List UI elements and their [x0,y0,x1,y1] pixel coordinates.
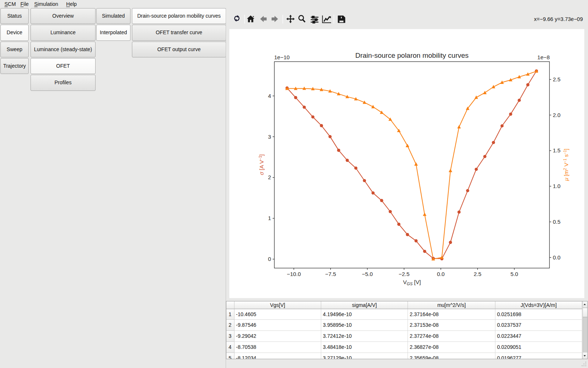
svg-text:1: 1 [268,215,271,221]
svg-text:1e−8: 1e−8 [537,54,550,60]
svg-text:0.0: 0.0 [553,254,560,261]
svg-text:1.0: 1.0 [553,183,560,189]
svg-text:−7.5: −7.5 [325,271,336,277]
svg-text:2.0: 2.0 [553,112,560,118]
svg-text:2.5: 2.5 [553,76,560,82]
svg-text:1.5: 1.5 [553,147,560,153]
svg-text:0: 0 [268,256,271,262]
svg-text:0.0: 0.0 [437,271,445,277]
svg-text:1e−10: 1e−10 [274,54,290,60]
svg-text:4: 4 [268,93,271,99]
svg-text:−10.0: −10.0 [287,271,301,277]
svg-text:2.5: 2.5 [474,271,481,277]
svg-text:−5.0: −5.0 [362,271,373,277]
svg-text:Drain-source polaron mobility: Drain-source polaron mobility curves [355,52,469,59]
svg-text:2: 2 [268,174,271,180]
svg-text:−2.5: −2.5 [399,271,410,277]
svg-text:3: 3 [268,134,271,140]
svg-text:5.0: 5.0 [510,271,518,277]
svg-text:0.5: 0.5 [553,219,560,225]
